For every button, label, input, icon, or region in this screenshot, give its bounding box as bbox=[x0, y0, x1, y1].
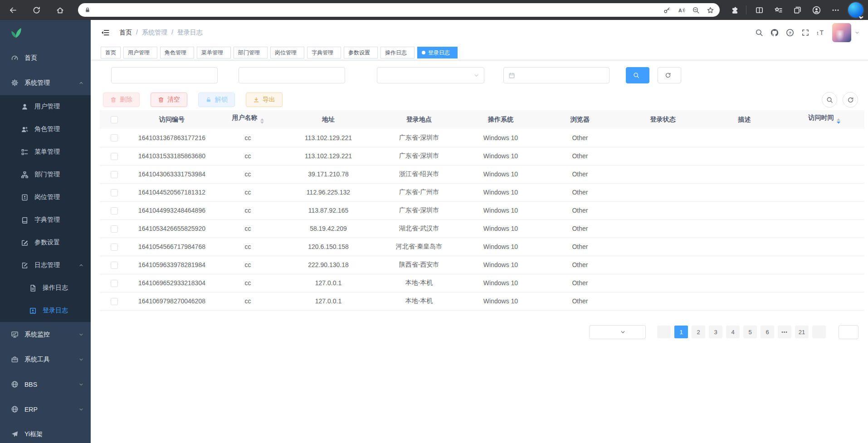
row-checkbox[interactable] bbox=[111, 243, 118, 251]
row-checkbox[interactable] bbox=[111, 189, 118, 196]
breadcrumb-item[interactable]: 系统管理 bbox=[142, 29, 167, 37]
sidebar-item[interactable]: 系统管理 bbox=[0, 70, 91, 95]
user-avatar[interactable] bbox=[832, 23, 851, 42]
page-tab[interactable]: 字典管理 bbox=[307, 47, 341, 58]
reset-button[interactable] bbox=[658, 67, 681, 83]
page-tab[interactable]: 操作日志 bbox=[380, 47, 414, 58]
column-header-label: 操作系统 bbox=[488, 116, 513, 123]
zoom-out-icon[interactable] bbox=[689, 4, 702, 16]
sidebar-item[interactable]: 菜单管理 bbox=[0, 141, 91, 163]
search-button[interactable] bbox=[626, 67, 649, 83]
page-tab[interactable]: 岗位管理 bbox=[270, 47, 304, 58]
row-checkbox[interactable] bbox=[111, 171, 118, 178]
toolbar-button[interactable]: 删除 bbox=[103, 92, 140, 107]
row-checkbox[interactable] bbox=[111, 280, 118, 287]
page-tab[interactable]: 菜单管理 bbox=[197, 47, 231, 58]
cell-id: 1641054566717984768 bbox=[129, 238, 215, 256]
fullscreen-icon[interactable] bbox=[798, 25, 813, 40]
breadcrumb-item[interactable]: 登录日志 bbox=[177, 29, 203, 37]
row-checkbox[interactable] bbox=[111, 225, 118, 233]
sidebar-item[interactable]: 登录日志 bbox=[0, 299, 91, 322]
read-aloud-icon[interactable]: A bbox=[674, 4, 688, 16]
browser-refresh-icon[interactable] bbox=[28, 2, 44, 18]
sidebar-item[interactable]: 操作日志 bbox=[0, 277, 91, 299]
toolbar-button[interactable]: 导出 bbox=[246, 92, 283, 107]
row-checkbox[interactable] bbox=[111, 262, 118, 269]
sidebar-item[interactable]: BBS bbox=[0, 372, 91, 397]
collections-icon[interactable] bbox=[789, 2, 805, 18]
lock-icon bbox=[84, 6, 91, 14]
sidebar-item[interactable]: 角色管理 bbox=[0, 118, 91, 141]
browser-home-icon[interactable] bbox=[52, 2, 68, 18]
login-ip-input[interactable] bbox=[111, 67, 218, 83]
more-icon[interactable] bbox=[827, 2, 844, 18]
row-checkbox[interactable] bbox=[111, 207, 118, 214]
question-icon[interactable]: ? bbox=[782, 25, 798, 40]
row-checkbox[interactable] bbox=[111, 153, 118, 160]
sidebar-item[interactable]: 参数设置 bbox=[0, 231, 91, 254]
page-button[interactable]: 5 bbox=[743, 326, 757, 338]
row-checkbox[interactable] bbox=[111, 134, 118, 141]
refresh-table-button[interactable] bbox=[843, 92, 858, 107]
sidebar-item[interactable]: 系统工具 bbox=[0, 347, 91, 372]
collapse-sidebar-icon[interactable] bbox=[101, 28, 110, 37]
sidebar-item[interactable]: 部门管理 bbox=[0, 163, 91, 186]
page-button[interactable]: 3 bbox=[709, 326, 722, 338]
github-icon[interactable] bbox=[767, 25, 782, 40]
sidebar-item[interactable]: 首页 bbox=[0, 45, 91, 70]
page-tab[interactable]: 用户管理 bbox=[123, 47, 157, 58]
page-button[interactable]: ••• bbox=[778, 326, 791, 338]
bing-icon[interactable]: ⌄ bbox=[848, 2, 863, 18]
sidebar-item[interactable]: 用户管理 bbox=[0, 95, 91, 118]
sidebar-item[interactable]: ERP bbox=[0, 397, 91, 422]
split-screen-icon[interactable] bbox=[751, 2, 767, 18]
cell-browser: Other bbox=[539, 219, 621, 238]
gear-icon bbox=[11, 79, 19, 87]
page-button[interactable]: 1 bbox=[674, 326, 688, 338]
sidebar-item[interactable]: Yi框架 bbox=[0, 422, 91, 443]
browser-back-icon[interactable] bbox=[5, 2, 21, 18]
cell-address: 39.171.210.78 bbox=[281, 165, 376, 183]
page-tab[interactable]: 首页 bbox=[101, 47, 121, 58]
favorite-star-icon[interactable] bbox=[703, 4, 717, 16]
key-icon[interactable] bbox=[660, 4, 673, 16]
page-button[interactable]: 21 bbox=[795, 326, 809, 338]
page-tab[interactable]: 参数设置 bbox=[344, 47, 378, 58]
status-select[interactable] bbox=[377, 67, 484, 83]
page-size-select[interactable] bbox=[589, 325, 646, 339]
sidebar-item[interactable]: 岗位管理 bbox=[0, 186, 91, 209]
search-icon[interactable] bbox=[751, 25, 767, 40]
extensions-icon[interactable] bbox=[726, 2, 742, 18]
sidebar-item[interactable]: 日志管理 bbox=[0, 254, 91, 277]
toolbar-button[interactable]: 清空 bbox=[151, 92, 187, 107]
sort-caret-icon[interactable] bbox=[837, 117, 840, 126]
login-time-range[interactable] bbox=[503, 67, 610, 83]
breadcrumb-item[interactable]: 首页 bbox=[119, 29, 132, 37]
page-button[interactable]: 2 bbox=[692, 326, 705, 338]
prev-page-button[interactable] bbox=[657, 326, 671, 338]
page-tab[interactable]: 登录日志 bbox=[417, 47, 458, 58]
sort-caret-icon[interactable] bbox=[260, 117, 264, 126]
goto-page-input[interactable] bbox=[839, 325, 858, 339]
next-page-button[interactable] bbox=[812, 326, 826, 338]
page-button[interactable]: 6 bbox=[761, 326, 774, 338]
sidebar-item[interactable]: 字典管理 bbox=[0, 209, 91, 231]
page-tab[interactable]: 部门管理 bbox=[234, 47, 268, 58]
sidebar: 首页 系统管理 用户管理 角色管理 bbox=[0, 20, 91, 443]
pagination: 1 2 3 4 5 6 ••• 21 bbox=[91, 325, 863, 339]
favorites-bar-icon[interactable] bbox=[770, 2, 786, 18]
cell-address: 113.102.129.221 bbox=[281, 147, 376, 165]
avatar-caret-icon[interactable] bbox=[854, 30, 860, 35]
page-tab[interactable]: 角色管理 bbox=[160, 47, 194, 58]
toggle-search-button[interactable] bbox=[822, 92, 837, 107]
user-name-input[interactable] bbox=[239, 67, 345, 83]
address-bar[interactable]: A bbox=[78, 3, 720, 17]
row-checkbox[interactable] bbox=[111, 298, 118, 305]
font-size-icon[interactable]: tT bbox=[813, 25, 829, 40]
page-button[interactable]: 4 bbox=[726, 326, 740, 338]
profile-icon[interactable] bbox=[808, 2, 824, 18]
sidebar-item[interactable]: 系统监控 bbox=[0, 322, 91, 347]
toolbar-button[interactable]: 解锁 bbox=[198, 92, 235, 107]
cell-address: 113.87.92.165 bbox=[281, 201, 376, 219]
select-all-checkbox[interactable] bbox=[111, 116, 118, 123]
